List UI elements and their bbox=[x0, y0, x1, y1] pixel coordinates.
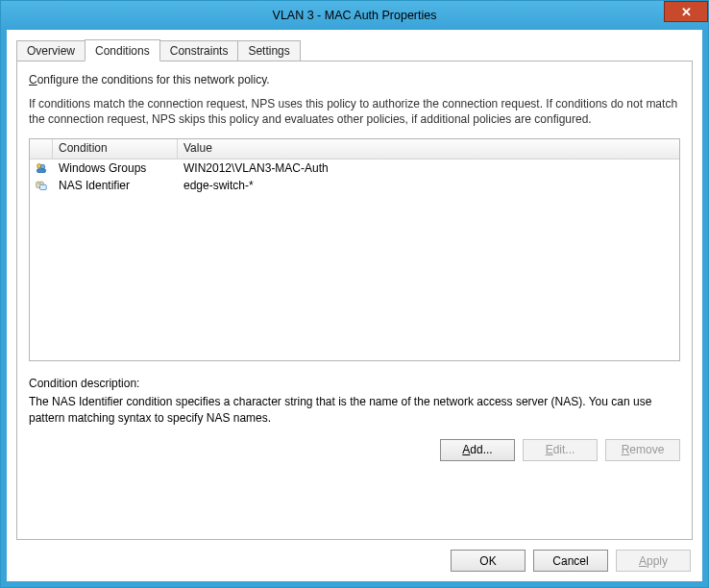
tab-page-conditions: Configure the conditions for this networ… bbox=[16, 61, 693, 540]
row-value: WIN2012\VLAN3-MAC-Auth bbox=[178, 160, 679, 176]
tab-label: Settings bbox=[248, 44, 289, 58]
remove-button: Remove bbox=[605, 439, 680, 461]
edit-button: Edit... bbox=[523, 439, 598, 461]
add-label: dd... bbox=[470, 443, 492, 456]
svg-rect-4 bbox=[40, 185, 47, 190]
remove-label: emove bbox=[629, 443, 664, 456]
client-area: Overview Conditions Constraints Settings… bbox=[1, 30, 708, 587]
nas-identifier-icon bbox=[36, 178, 47, 193]
match-description: If conditions match the connection reque… bbox=[29, 96, 680, 127]
windows-groups-icon bbox=[36, 160, 47, 176]
apply-accel: A bbox=[639, 554, 647, 568]
col-icon[interactable] bbox=[30, 139, 53, 159]
condition-desc-text: The NAS Identifier condition specifies a… bbox=[29, 394, 680, 425]
col-value[interactable]: Value bbox=[178, 139, 679, 159]
cancel-button[interactable]: Cancel bbox=[533, 550, 608, 572]
apply-label: pply bbox=[647, 554, 668, 568]
apply-button: Apply bbox=[616, 550, 691, 572]
conditions-list[interactable]: Condition Value Windows Groups bbox=[29, 138, 680, 361]
table-row[interactable]: Windows Groups WIN2012\VLAN3-MAC-Auth bbox=[30, 159, 679, 177]
configure-text: onfigure the conditions for this network… bbox=[37, 73, 270, 86]
close-icon: ✕ bbox=[681, 5, 692, 19]
edit-label: dit... bbox=[553, 443, 575, 456]
tab-label: Conditions bbox=[95, 44, 150, 58]
dialog-window: VLAN 3 - MAC Auth Properties ✕ Overview … bbox=[0, 0, 709, 588]
tab-settings[interactable]: Settings bbox=[237, 40, 300, 61]
svg-rect-2 bbox=[37, 169, 46, 173]
close-button[interactable]: ✕ bbox=[664, 1, 708, 22]
row-condition: NAS Identifier bbox=[53, 178, 178, 193]
row-icon-cell bbox=[30, 177, 53, 194]
tab-conditions[interactable]: Conditions bbox=[85, 39, 160, 61]
row-value: edge-switch-* bbox=[178, 178, 679, 193]
window-title: VLAN 3 - MAC Auth Properties bbox=[1, 9, 708, 22]
list-header: Condition Value bbox=[30, 139, 679, 159]
row-icon-cell bbox=[30, 159, 53, 177]
condition-button-row: Add... Edit... Remove bbox=[29, 439, 680, 461]
dialog-button-row: OK Cancel Apply bbox=[16, 550, 693, 572]
condition-desc-label: Condition description: bbox=[29, 377, 680, 390]
edit-accel: E bbox=[546, 443, 553, 456]
remove-accel: R bbox=[622, 443, 630, 456]
tab-constraints[interactable]: Constraints bbox=[159, 40, 239, 61]
titlebar: VLAN 3 - MAC Auth Properties ✕ bbox=[1, 1, 708, 30]
col-condition[interactable]: Condition bbox=[53, 139, 178, 159]
tab-strip: Overview Conditions Constraints Settings bbox=[16, 39, 693, 61]
tab-label: Overview bbox=[27, 44, 75, 58]
ok-button[interactable]: OK bbox=[451, 550, 526, 572]
add-button[interactable]: Add... bbox=[440, 439, 515, 461]
row-condition: Windows Groups bbox=[53, 160, 178, 176]
configure-accel: C bbox=[29, 73, 37, 86]
tab-overview[interactable]: Overview bbox=[16, 40, 86, 61]
tab-label: Constraints bbox=[170, 44, 229, 58]
configure-instruction: Configure the conditions for this networ… bbox=[29, 73, 680, 86]
svg-point-1 bbox=[40, 165, 45, 170]
list-body: Windows Groups WIN2012\VLAN3-MAC-Auth NA… bbox=[30, 159, 679, 360]
table-row[interactable]: NAS Identifier edge-switch-* bbox=[30, 177, 679, 194]
